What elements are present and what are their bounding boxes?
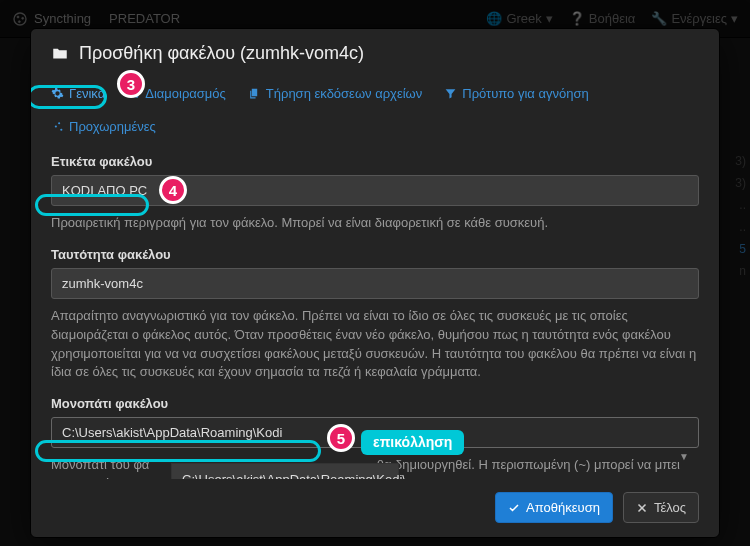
tab-advanced-label: Προχωρημένες	[69, 119, 156, 134]
close-button[interactable]: Τέλος	[623, 492, 699, 523]
tab-versioning-label: Τήρηση εκδόσεων αρχείων	[266, 86, 422, 101]
tab-ignore-label: Πρότυπο για αγνόηση	[462, 86, 588, 101]
svg-point-6	[60, 129, 62, 131]
save-button[interactable]: Αποθήκευση	[495, 492, 613, 523]
tab-advanced[interactable]: Προχωρημένες	[51, 119, 699, 134]
tutorial-callout-paste: επικόλληση	[361, 430, 464, 455]
folder-path-suggestions: C:\Users\akist\AppData\Roaming\Kodi\	[171, 463, 399, 479]
copy-icon	[248, 87, 261, 100]
folder-label-help: Προαιρετική περιγραφή για τον φάκελο. Μπ…	[51, 214, 699, 233]
sliders-icon	[51, 120, 64, 133]
close-button-label: Τέλος	[654, 500, 686, 515]
modal-body: Γενικά Διαμοιρασμός Τήρηση εκδόσεων αρχε…	[31, 70, 719, 479]
svg-point-4	[58, 122, 60, 124]
modal-header: Προσθήκη φακέλου (zumhk-vom4c)	[31, 29, 719, 70]
check-icon	[508, 502, 520, 514]
folder-label-heading: Ετικέτα φακέλου	[51, 154, 699, 169]
save-button-label: Αποθήκευση	[526, 500, 600, 515]
tutorial-highlight-folder-path	[35, 440, 321, 462]
add-folder-modal: Προσθήκη φακέλου (zumhk-vom4c) Γενικά Δι…	[30, 28, 720, 538]
modal-tabs: Γενικά Διαμοιρασμός Τήρηση εκδόσεων αρχε…	[51, 70, 699, 148]
folder-id-heading: Ταυτότητα φακέλου	[51, 247, 699, 262]
tutorial-highlight-tab-general	[31, 85, 107, 109]
modal-title: Προσθήκη φακέλου (zumhk-vom4c)	[79, 43, 364, 64]
folder-icon	[51, 45, 69, 63]
filter-icon	[444, 87, 457, 100]
svg-point-5	[55, 125, 57, 127]
tab-versioning[interactable]: Τήρηση εκδόσεων αρχείων	[248, 86, 422, 101]
tutorial-badge-4: 4	[159, 176, 187, 204]
tutorial-badge-5: 5	[327, 424, 355, 452]
modal-footer: Αποθήκευση Τέλος	[31, 479, 719, 537]
folder-path-heading: Μονοπάτι φακέλου	[51, 396, 699, 411]
folder-path-help-right: θα δημιουργηθεί. Η περισπωμένη (~) μπορε…	[377, 457, 680, 472]
folder-id-help: Απαραίτητο αναγνωριστικό για τον φάκελο.…	[51, 307, 699, 382]
folder-path-suggestion-item[interactable]: C:\Users\akist\AppData\Roaming\Kodi\	[172, 464, 398, 479]
tutorial-highlight-folder-label	[35, 194, 149, 216]
tab-sharing-label: Διαμοιρασμός	[145, 86, 226, 101]
folder-path-help-line2: σαν συντόμευση γ	[51, 476, 156, 479]
folder-id-input[interactable]	[51, 268, 699, 299]
close-icon	[636, 502, 648, 514]
tab-ignore-patterns[interactable]: Πρότυπο για αγνόηση	[444, 86, 588, 101]
tutorial-badge-3: 3	[117, 70, 145, 98]
